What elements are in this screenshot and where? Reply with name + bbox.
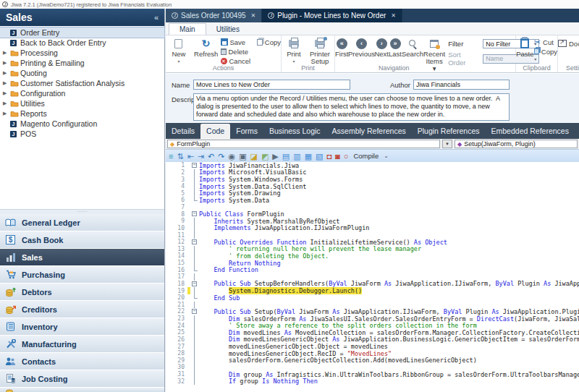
plugin-tab-assembly-references[interactable]: Assembly References	[326, 124, 412, 139]
plugin-tab-forms[interactable]: Forms	[230, 124, 263, 139]
expand-arrow-icon[interactable]: ▶	[3, 60, 10, 66]
module-item-creditors[interactable]: Creditors	[0, 301, 164, 318]
dock-button[interactable]: Dock A	[558, 39, 579, 48]
compile-button[interactable]: Compile	[353, 152, 379, 160]
description-field[interactable]: Via a menu option under the Record / Uti…	[193, 93, 510, 121]
code-text[interactable]: ' returning null here will prevent the l…	[199, 245, 579, 252]
plugin-tab-plugin-references[interactable]: Plugin References	[412, 124, 486, 139]
code-text[interactable]: Dim salesOrderForm As JiwaSalesUI.SalesO…	[199, 315, 579, 323]
module-item-debtors[interactable]: Debtors	[0, 284, 164, 300]
bookmark-prev-icon[interactable]: ▦	[305, 151, 312, 161]
module-item-sales[interactable]: Sales	[0, 249, 164, 265]
module-item-general-ledger[interactable]: General Ledger	[0, 214, 164, 231]
code-text[interactable]: salesOrderForm.GenericObjectCollection.A…	[199, 357, 579, 364]
code-text[interactable]: If group Is Nothing Then	[199, 378, 579, 385]
print-button[interactable]: Print▾	[282, 37, 306, 65]
code-text[interactable]: Imports System.Data.SqlClient	[199, 183, 579, 190]
plugin-tab-business-logic[interactable]: Business Logic	[263, 124, 326, 139]
fold-toggle[interactable]: −	[190, 162, 199, 169]
code-text[interactable]: movedLinesGenericObject.Object = movedLi…	[199, 343, 579, 350]
code-text[interactable]: Imports System.Data	[199, 197, 579, 204]
ribbon-tab-main[interactable]: Main	[169, 23, 206, 35]
code-text[interactable]: Dim movedLines As MovedLineCollection = …	[199, 329, 579, 336]
replace-icon[interactable]: ▣	[239, 151, 246, 161]
sort-lines-icon[interactable]: ⇅	[177, 151, 183, 161]
search-button[interactable]: Search	[402, 37, 423, 58]
previous-button[interactable]: ‹ Previous	[348, 37, 374, 58]
collapse-box-icon[interactable]: −	[192, 211, 197, 216]
class-combobox-dropdown[interactable]: ▼	[442, 140, 452, 148]
outdent-icon[interactable]: ⇤	[187, 151, 194, 161]
sidebar-item-printing-emailing[interactable]: ▶Printing & Emailing	[0, 58, 164, 68]
copy-clipboard-button[interactable]: Copy	[534, 47, 557, 56]
sidebar-collapse-icon[interactable]: «	[154, 13, 159, 22]
class-combobox[interactable]: ◆ FormPlugin	[167, 140, 440, 148]
expand-arrow-icon[interactable]: ▶	[3, 50, 10, 56]
code-text[interactable]: System.Diagnostics.Debugger.Launch()	[199, 287, 579, 294]
bookmark-toggle-icon[interactable]: ▤	[282, 151, 290, 161]
code-text[interactable]: Dim movedLinesGenericObject As JiwaAppli…	[199, 336, 579, 343]
fold-toggle[interactable]: −	[190, 281, 199, 288]
code-text[interactable]: Imports System.Drawing	[199, 189, 579, 197]
code-text[interactable]: ' Store away a reference to the split or…	[199, 322, 579, 329]
toolbar-overflow-icon[interactable]: ⌄	[384, 153, 389, 159]
author-field[interactable]	[413, 80, 510, 90]
code-text[interactable]: Public Sub Setup(ByVal JiwaForm As JiwaA…	[199, 308, 579, 315]
plugin-tab-details[interactable]: Details	[166, 124, 200, 139]
code-text[interactable]: Public Sub SetupBeforeHandlers(ByVal Jiw…	[199, 280, 579, 287]
module-item-cash-book[interactable]: $Cash Book	[0, 231, 164, 248]
sidebar-item-quoting[interactable]: ▶Quoting	[0, 68, 164, 78]
tab-plugin-move-lines[interactable]: J Plugin - Move Lines to New Order ✕	[262, 9, 402, 22]
plugin-tab-custom-fields[interactable]: Custom Fields	[575, 124, 579, 139]
refresh-button[interactable]: ↻ Refresh	[192, 37, 221, 58]
expand-arrow-icon[interactable]: ▶	[3, 90, 10, 96]
breakpoints-clear-icon[interactable]: ○	[344, 151, 349, 161]
last-button[interactable]: » Last	[389, 37, 402, 58]
code-text[interactable]: Inherits System.MarshalByRefObject	[199, 218, 579, 225]
code-text[interactable]: End Function	[199, 266, 579, 273]
expand-arrow-icon[interactable]: ▶	[3, 111, 10, 116]
plugin-tab-embedded-references[interactable]: Embedded References	[486, 124, 575, 139]
fold-toggle[interactable]: −	[190, 210, 199, 218]
code-text[interactable]: movedLinesGenericObject.RecID = "MovedLi…	[199, 350, 579, 357]
plugin-tab-code[interactable]: Code	[200, 124, 230, 139]
sidebar-splitter[interactable]: ·······	[0, 209, 164, 214]
module-item-partial[interactable]	[0, 388, 164, 392]
sidebar-item-customer-satisfaction-analysis[interactable]: ▶Customer Satisfaction Analysis	[0, 78, 164, 88]
printer-setup-button[interactable]: Printer Setup	[306, 37, 334, 65]
sidebar-item-magento-configuration[interactable]: JMagento Configuration	[0, 119, 164, 129]
redo-icon[interactable]: ↷	[218, 151, 224, 161]
indent-icon[interactable]: ⇥	[198, 151, 204, 161]
surround-icon[interactable]: ◩	[261, 151, 269, 161]
name-field[interactable]	[193, 80, 350, 90]
module-item-job-costing[interactable]: 11Job Costing	[0, 370, 164, 387]
next-button[interactable]: › Next	[374, 37, 389, 58]
breakpoint-toggle-icon[interactable]: ◘	[326, 151, 331, 161]
delete-button[interactable]: Delete	[221, 47, 257, 56]
collapse-box-icon[interactable]: −	[192, 239, 197, 244]
fold-toggle[interactable]: −	[190, 239, 199, 246]
method-combobox[interactable]: ◆ Setup(JiwaForm, Plugin)	[455, 140, 578, 148]
cursor-icon[interactable]: ▶	[272, 151, 278, 161]
cut-button[interactable]: ✂Cut	[534, 38, 557, 46]
outlining-icon[interactable]: ≡	[169, 151, 173, 161]
code-text[interactable]: ' from deleting the Object.	[199, 252, 579, 260]
sidebar-item-back-to-back-order-entry[interactable]: JBack to Back Order Entry	[0, 38, 164, 48]
close-tab-icon[interactable]: ✕	[391, 12, 396, 19]
sidebar-item-utilities[interactable]: ▶Utilities	[0, 98, 164, 108]
module-item-contacts[interactable]: Contacts	[0, 353, 164, 370]
bookmarks-clear-icon[interactable]: ▧	[316, 151, 323, 161]
expand-arrow-icon[interactable]: ▶	[3, 80, 10, 86]
sidebar-item-reports[interactable]: ▶Reports	[0, 108, 164, 119]
code-text[interactable]: Implements JiwaApplication.IJiwaFormPlug…	[199, 224, 579, 231]
code-editor[interactable]: 1−Imports JiwaFinancials.Jiwa2Imports Mi…	[166, 162, 579, 392]
fold-toggle[interactable]: −	[190, 308, 199, 315]
code-text[interactable]: Public Overrides Function InitializeLife…	[199, 239, 579, 246]
first-button[interactable]: « First	[335, 37, 348, 58]
new-button[interactable]: New▾	[166, 37, 192, 65]
code-text[interactable]: Public Class FormPlugin	[199, 210, 579, 218]
code-text[interactable]: Imports Microsoft.VisualBasic	[199, 169, 579, 176]
find-icon[interactable]: ◉	[229, 151, 236, 161]
sidebar-item-order-entry[interactable]: JOrder Entry	[0, 27, 164, 38]
expand-arrow-icon[interactable]: ▶	[3, 101, 10, 106]
